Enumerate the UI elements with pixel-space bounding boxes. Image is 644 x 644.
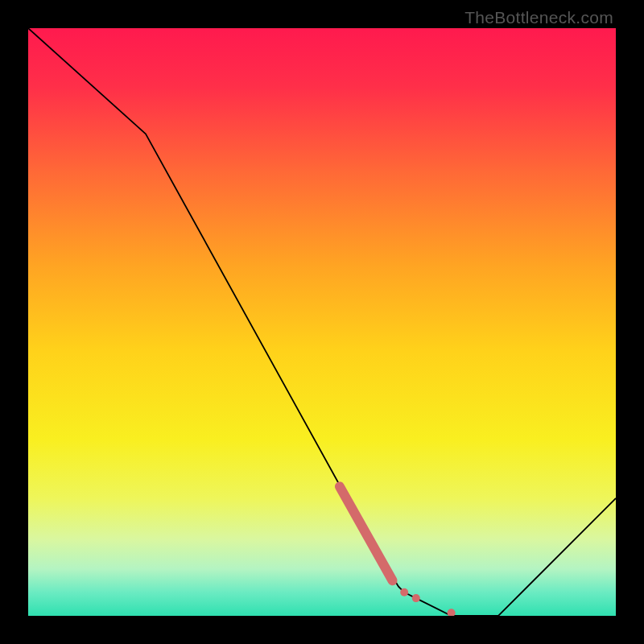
bottleneck-curve-chart — [28, 28, 616, 616]
watermark-text: TheBottleneck.com — [464, 8, 613, 27]
highlight-dot — [412, 594, 420, 602]
gradient-background — [28, 28, 616, 616]
highlight-dot — [400, 588, 408, 597]
plot-area — [28, 28, 616, 616]
chart-frame: TheBottleneck.com — [0, 0, 644, 644]
